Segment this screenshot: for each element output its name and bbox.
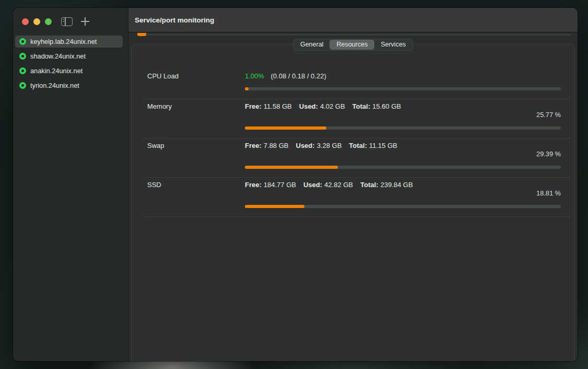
used-value: 3.28 GB (317, 142, 342, 149)
server-item-tyrion[interactable]: tyrion.24unix.net (15, 79, 123, 91)
status-dot-icon (19, 67, 26, 74)
server-label: shadow.24unix.net (30, 52, 86, 60)
ssd-progress-bar (245, 205, 561, 208)
app-window: keyhelp.lab.24unix.net shadow.24unix.net… (13, 8, 578, 361)
zoom-button[interactable] (45, 18, 52, 25)
minimize-button[interactable] (33, 18, 40, 25)
row-label: SSD (147, 181, 161, 189)
free-value: 184.77 GB (264, 181, 296, 189)
close-button[interactable] (22, 18, 29, 25)
free-label: Free: (245, 181, 262, 189)
total-value: 239.84 GB (380, 181, 413, 189)
memory-progress-bar (245, 126, 561, 130)
total-label: Total: (360, 181, 378, 189)
window-title: Service/port monitoring (135, 16, 214, 24)
used-value: 4.02 GB (320, 102, 345, 110)
swap-progress-fill (245, 166, 338, 169)
row-label: Memory (147, 102, 172, 110)
cpu-values: 1.00% (0.08 / 0.18 / 0.22) (245, 72, 326, 80)
main-pane: Service/port monitoring CPU Load 1.00% (… (128, 8, 578, 361)
used-label: Used: (303, 181, 322, 189)
free-label: Free: (245, 102, 262, 110)
used-label: Used: (296, 142, 315, 149)
sidebar-toggle-icon[interactable] (61, 17, 73, 26)
free-label: Free: (245, 142, 262, 149)
cpu-progress-bar (245, 87, 561, 90)
ssd-progress-fill (245, 205, 304, 208)
free-value: 11.58 GB (264, 102, 292, 110)
memory-percent: 25.77 % (536, 111, 561, 119)
row-divider (145, 138, 570, 139)
server-item-shadow[interactable]: shadow.24unix.net (15, 50, 123, 62)
peek-progress-track (137, 34, 571, 36)
row-label: CPU Load (147, 72, 179, 80)
total-label: Total: (349, 142, 367, 149)
status-dot-icon (19, 38, 26, 45)
tab-general[interactable]: General (294, 40, 330, 50)
titlebar: Service/port monitoring (128, 8, 578, 32)
ssd-values: Free:184.77 GBUsed:42.82 GBTotal:239.84 … (245, 181, 413, 189)
swap-values: Free:7.88 GBUsed:3.28 GBTotal:11.15 GB (245, 142, 397, 149)
server-item-anakin[interactable]: anakin.24unix.net (15, 65, 123, 77)
server-list: keyhelp.lab.24unix.net shadow.24unix.net… (13, 36, 128, 94)
row-divider (145, 99, 570, 99)
swap-progress-bar (245, 166, 561, 169)
cpu-load-averages: (0.08 / 0.18 / 0.22) (271, 72, 326, 80)
memory-progress-fill (245, 126, 326, 130)
server-item-keyhelp[interactable]: keyhelp.lab.24unix.net (15, 36, 123, 48)
row-divider (145, 216, 570, 217)
free-value: 7.88 GB (264, 142, 289, 149)
row-cpu-load: CPU Load 1.00% (0.08 / 0.18 / 0.22) (132, 44, 574, 99)
plus-icon[interactable] (80, 17, 90, 26)
row-swap: Swap Free:7.88 GBUsed:3.28 GBTotal:11.15… (132, 138, 574, 177)
swap-percent: 29.39 % (536, 150, 561, 158)
tab-services[interactable]: Services (374, 40, 412, 50)
peek-progress-fill (137, 33, 146, 36)
scrolled-content-peek (128, 33, 578, 37)
row-divider (145, 177, 570, 178)
row-memory: Memory Free:11.58 GBUsed:4.02 GBTotal:15… (132, 99, 574, 138)
server-label: keyhelp.lab.24unix.net (30, 38, 97, 45)
tab-bar: General Resources Services (293, 39, 413, 51)
total-value: 15.60 GB (372, 102, 401, 110)
traffic-lights (22, 18, 52, 25)
status-dot-icon (19, 82, 26, 89)
cpu-percent-value: 1.00% (245, 72, 264, 80)
used-label: Used: (299, 102, 318, 110)
cpu-progress-fill (245, 87, 249, 90)
memory-values: Free:11.58 GBUsed:4.02 GBTotal:15.60 GB (245, 102, 401, 110)
server-label: tyrion.24unix.net (30, 82, 79, 89)
tab-resources[interactable]: Resources (330, 40, 374, 50)
used-value: 42.82 GB (324, 181, 353, 189)
sidebar: keyhelp.lab.24unix.net shadow.24unix.net… (13, 8, 128, 361)
sidebar-toolbar (61, 17, 90, 26)
status-dot-icon (19, 53, 26, 60)
row-ssd: SSD Free:184.77 GBUsed:42.82 GBTotal:239… (132, 177, 574, 216)
total-label: Total: (352, 102, 370, 110)
resources-panel: CPU Load 1.00% (0.08 / 0.18 / 0.22) Memo… (131, 44, 575, 361)
ssd-percent: 18.81 % (536, 189, 561, 197)
total-value: 11.15 GB (369, 142, 397, 149)
server-label: anakin.24unix.net (30, 67, 83, 75)
row-label: Swap (147, 142, 164, 149)
